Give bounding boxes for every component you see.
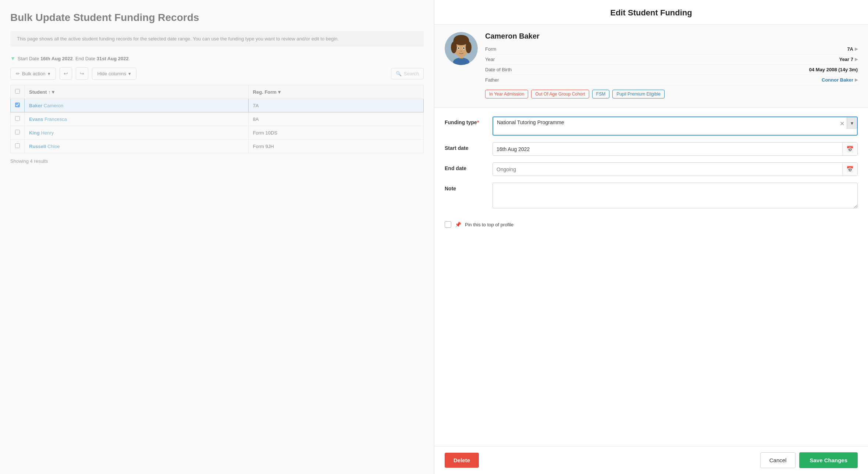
undo-icon: ↩ — [64, 71, 68, 76]
father-label: Father — [485, 77, 499, 83]
showing-results: Showing 4 results — [10, 158, 424, 164]
chevron-down-icon: ▾ — [48, 71, 50, 76]
info-text: This page shows all the active student f… — [17, 36, 339, 42]
dob-row: Date of Birth 04 May 2008 (14y 3m) — [485, 65, 858, 75]
chevron-down-icon-2: ▾ — [128, 71, 131, 76]
funding-type-value: National Tutoring Programme — [497, 119, 834, 125]
page-title: Bulk Update Student Funding Records — [10, 12, 424, 24]
student-first-name: Chloe — [47, 144, 60, 149]
student-details: Cameron Baker Form 7A ▶ Year Year 7 ▶ Da… — [485, 32, 858, 100]
start-date-field: 📅 — [492, 142, 858, 156]
hide-columns-button[interactable]: Hide columns ▾ — [92, 68, 137, 80]
end-date-calendar-icon[interactable]: 📅 — [842, 163, 857, 176]
svg-point-9 — [463, 47, 465, 49]
funnel-icon: ▼ — [10, 55, 15, 61]
funding-type-input-wrap: National Tutoring Programme ✕ ▾ — [492, 116, 858, 136]
student-link[interactable]: Russell Chloe — [29, 144, 60, 149]
funding-type-label: Funding type* — [445, 116, 492, 125]
student-first-name: Henry — [41, 130, 54, 136]
tags-row: In Year AdmissionOut Of Age Group Cohort… — [485, 85, 858, 100]
form-filter-icon: ▾ — [278, 89, 281, 95]
student-info-section: Cameron Baker Form 7A ▶ Year Year 7 ▶ Da… — [434, 25, 868, 108]
father-arrow-icon: ▶ — [855, 78, 858, 82]
pin-checkbox[interactable] — [445, 221, 451, 228]
redo-button[interactable]: ↪ — [76, 67, 88, 80]
note-field — [492, 183, 858, 209]
left-panel: Bulk Update Student Funding Records This… — [0, 0, 434, 474]
student-name: Cameron Baker — [485, 32, 858, 40]
search-box[interactable]: 🔍 Search — [391, 68, 424, 79]
student-last-name: King — [29, 130, 40, 136]
cancel-button[interactable]: Cancel — [760, 452, 796, 468]
end-date-field: 📅 — [492, 162, 858, 176]
row-checkbox-cell — [11, 126, 25, 140]
footer-right: Cancel Save Changes — [760, 452, 858, 468]
end-date-input-wrap: 📅 — [492, 162, 858, 176]
form-cell: Form 9JH — [248, 140, 423, 153]
info-box: This page shows all the active student f… — [10, 31, 424, 47]
form-section: Funding type* National Tutoring Programm… — [434, 108, 868, 446]
svg-point-4 — [451, 42, 457, 53]
student-link[interactable]: Baker Cameron — [29, 103, 63, 108]
start-date-label: Start date — [445, 142, 492, 151]
start-date-calendar-icon[interactable]: 📅 — [842, 143, 857, 155]
students-table: Student ↑ ▾ Reg. Form ▾ Baker Cameron 7A… — [10, 85, 424, 153]
form-arrow-icon: ▶ — [855, 47, 858, 51]
start-date-row: Start date 📅 — [445, 142, 858, 156]
pin-label: Pin this to top of profile — [465, 222, 513, 227]
select-all-checkbox[interactable] — [15, 89, 20, 94]
note-label: Note — [445, 183, 492, 191]
avatar — [445, 32, 478, 65]
student-cell: Baker Cameron — [25, 99, 249, 112]
select-all-header — [11, 85, 25, 99]
modal-footer: Delete Cancel Save Changes — [434, 446, 868, 474]
redo-icon: ↪ — [80, 71, 84, 76]
row-checkbox[interactable] — [15, 116, 20, 121]
row-checkbox[interactable] — [15, 130, 20, 134]
save-changes-button[interactable]: Save Changes — [799, 452, 858, 468]
pencil-icon: ✏ — [16, 71, 20, 76]
student-link[interactable]: Evans Francesca — [29, 116, 67, 122]
chevron-down-icon-3: ▾ — [851, 120, 853, 126]
svg-rect-12 — [459, 55, 463, 58]
father-value: Connor Baker ▶ — [822, 77, 858, 83]
funding-type-dropdown-button[interactable]: ▾ — [847, 117, 857, 129]
student-cell: Russell Chloe — [25, 140, 249, 153]
end-date-input[interactable] — [493, 164, 842, 175]
row-checkbox[interactable] — [15, 103, 20, 107]
bulk-action-button[interactable]: ✏ Bulk action ▾ — [10, 68, 56, 80]
svg-point-5 — [466, 42, 472, 53]
year-arrow-icon: ▶ — [855, 57, 858, 62]
start-date-input[interactable] — [493, 143, 842, 155]
undo-button[interactable]: ↩ — [60, 67, 72, 80]
note-row: Note — [445, 183, 858, 209]
form-cell: 7A — [248, 99, 423, 112]
note-textarea[interactable] — [492, 183, 858, 208]
table-row: Evans Francesca 8A — [11, 112, 424, 126]
student-last-name: Baker — [29, 103, 42, 108]
table-row: Baker Cameron 7A — [11, 99, 424, 112]
search-placeholder: Search — [404, 71, 419, 76]
funding-type-search-input[interactable] — [497, 125, 834, 133]
student-column-header: Student ↑ ▾ — [25, 85, 249, 99]
form-value: 7A ▶ — [847, 46, 858, 52]
student-first-name: Francesca — [45, 116, 67, 122]
filter-icon: ▾ — [52, 89, 54, 95]
student-tag: In Year Admission — [485, 90, 528, 98]
pin-icon: 📌 — [455, 222, 461, 227]
delete-button[interactable]: Delete — [445, 453, 479, 468]
table-row: Russell Chloe Form 9JH — [11, 140, 424, 153]
row-checkbox-cell — [11, 140, 25, 153]
filter-bar: ▼ Start Date 16th Aug 2022. End Date 31s… — [10, 55, 424, 61]
year-label: Year — [485, 57, 495, 62]
form-column-header: Reg. Form ▾ — [248, 85, 423, 99]
right-panel: Edit Student Funding — [434, 0, 868, 474]
student-cell: King Henry — [25, 126, 249, 140]
bulk-action-label: Bulk action — [22, 71, 46, 76]
funding-type-row: Funding type* National Tutoring Programm… — [445, 116, 858, 136]
student-link[interactable]: King Henry — [29, 130, 54, 136]
clear-funding-type-icon[interactable]: ✕ — [837, 117, 847, 130]
row-checkbox[interactable] — [15, 143, 20, 148]
hide-columns-label: Hide columns — [97, 71, 127, 76]
form-cell: 8A — [248, 112, 423, 126]
